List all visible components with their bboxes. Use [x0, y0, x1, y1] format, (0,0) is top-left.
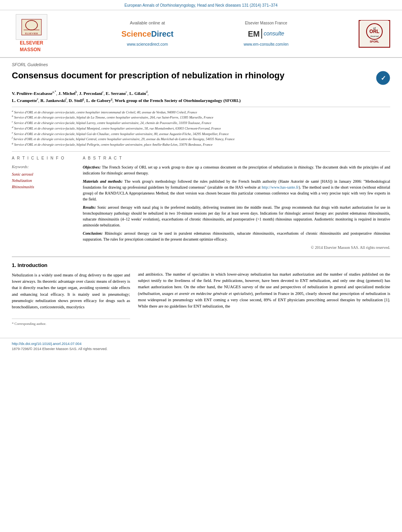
- orl-logo: of ORL Journal SFORL: [359, 20, 390, 48]
- article-title-text: Consensus document for prescription of n…: [12, 70, 285, 82]
- doi-line[interactable]: http://dx.doi.org/10.1016/j.anorl.2014.0…: [12, 341, 390, 347]
- em-url[interactable]: www.em-consulte.com/en: [244, 42, 288, 47]
- em-consulte-block: Elsevier Masson France EM consulte www.e…: [244, 20, 288, 47]
- intro-left-text: Nebulization is a widely used means of d…: [12, 272, 130, 311]
- page-footer: http://dx.doi.org/10.1016/j.anorl.2014.0…: [0, 338, 402, 354]
- affiliation-e: e Service d'ORL et de chirurgie cervico-…: [12, 131, 390, 137]
- em-consulte-logo: EM consulte: [248, 28, 284, 39]
- sciencedirect-block: Available online at ScienceDirect www.sc…: [121, 20, 173, 48]
- sciencedirect-url[interactable]: www.sciencedirect.com: [127, 42, 168, 47]
- svg-text:ELSEVIER: ELSEVIER: [25, 32, 38, 35]
- intro-right-text: and antibiotics. The number of specialti…: [138, 271, 390, 310]
- abstract-text: Objectives: The French Society of ORL se…: [83, 164, 390, 250]
- article-info-heading: A R T I C L E I N F O: [12, 156, 75, 161]
- author-1: V. Prulière–Escabasse: [12, 91, 52, 96]
- svg-text:✓: ✓: [381, 75, 386, 82]
- author-8: D. Stoll: [69, 98, 82, 102]
- keyword-3: Rhinosinusitis: [12, 184, 75, 190]
- main-content: SFORL Guidelines Consensus document for …: [0, 58, 402, 332]
- page-container: European Annals of Otorhinolaryngology, …: [0, 0, 402, 532]
- section-label: SFORL Guidelines: [12, 62, 390, 68]
- intro-left-column: 1. Introduction Nebulization is a widely…: [12, 262, 130, 326]
- em-consulte-label: Elsevier Masson France: [245, 20, 287, 26]
- abstract-conclusion: Conclusion: Rhinologic aerosol therapy c…: [83, 230, 390, 242]
- em-text: EM: [248, 28, 260, 39]
- italic-french: nébulisation, usages et avenir en médeci…: [140, 291, 251, 296]
- article-info-abstract: A R T I C L E I N F O Keywords: Sonic ae…: [12, 151, 390, 250]
- abstract-results: Results: Sonic aerosol therapy with nasa…: [83, 204, 390, 228]
- elsevier-logo-image: ELSEVIER: [16, 14, 47, 40]
- objectives-label: Objectives:: [83, 165, 101, 169]
- elsevier-logo: ELSEVIER ELSEVIER MASSON: [12, 14, 51, 53]
- affiliation-f: f Service d'ORL et de chirurgie cervico-…: [12, 136, 390, 142]
- affiliation-b: b Service d'ORL et de chirurgie cervico-…: [12, 115, 390, 120]
- article-info-panel: A R T I C L E I N F O Keywords: Sonic ae…: [12, 156, 75, 250]
- results-label: Results:: [83, 205, 96, 209]
- svg-text:Journal: Journal: [370, 35, 379, 37]
- abstract-materials: Materials and methods: The work group's …: [83, 178, 390, 202]
- affiliation-a: a Service d'ORL et de chirurgie cervico-…: [12, 109, 390, 115]
- abstract-objectives: Objectives: The French Society of ORL se…: [83, 164, 390, 176]
- em-bar-divider: [261, 29, 262, 39]
- keywords-label: Keywords:: [12, 164, 75, 170]
- conclusion-label: Conclusion:: [83, 231, 103, 235]
- header-logos: ELSEVIER ELSEVIER MASSON Available onlin…: [0, 10, 402, 58]
- intro-heading: 1. Introduction: [12, 262, 130, 269]
- issn-line: 1879-7296/© 2014 Elsevier Masson SAS. Al…: [12, 347, 390, 352]
- article-title-block: Consensus document for prescription of n…: [12, 70, 390, 85]
- conclusion-text: Rhinologic aerosol therapy can be used i…: [83, 231, 390, 241]
- elsevier-text: ELSEVIER MASSON: [20, 40, 43, 53]
- affiliation-c: c Service d'ORL et de chirurgie cervico-…: [12, 120, 390, 126]
- abstract-heading: A B S T R A C T: [83, 156, 390, 161]
- author-9: L. de Gabory: [86, 98, 111, 102]
- author-4: E. Serrano: [106, 91, 126, 96]
- introduction-section: 1. Introduction Nebulization is a widely…: [12, 256, 390, 326]
- journal-bar-title: European Annals of Otorhinolaryngology, …: [125, 3, 277, 7]
- workgroup-text: Work group of the French Society of Otor…: [115, 98, 241, 102]
- keyword-2: Nebulization: [12, 178, 75, 184]
- affiliation-g: g Service d'ORL et de chirurgie cervico-…: [12, 142, 390, 147]
- sciencedirect-logo: ScienceDirect: [121, 28, 173, 39]
- copyright-line: © 2014 Elsevier Masson SAS. All rights r…: [83, 245, 390, 250]
- crossmark-icon: ✓: [376, 71, 390, 85]
- intro-right-column: and antibiotics. The number of specialti…: [138, 262, 390, 326]
- has-link[interactable]: http://www.has-sante.fr: [262, 185, 299, 189]
- objectives-text: The French Society of ORL set up a work …: [83, 165, 390, 175]
- svg-text:ORL: ORL: [369, 29, 379, 34]
- available-online-text: Available online at: [130, 20, 165, 26]
- materials-label: Materials and methods:: [83, 179, 123, 184]
- orl-logo-text: of ORL Journal SFORL: [361, 20, 388, 47]
- author-7: R. Jankowski: [41, 98, 66, 102]
- consulte-text: consulte: [264, 30, 284, 38]
- footnote-corresponding: * Corresponding author.: [12, 321, 130, 326]
- keyword-1: Sonic aerosol: [12, 171, 75, 178]
- affiliation-d: d Service d'ORL et de chirurgie cervico-…: [12, 126, 390, 131]
- footnote-area: * Corresponding author.: [12, 319, 130, 326]
- author-6: L. Crampette: [12, 98, 37, 102]
- journal-bar: European Annals of Otorhinolaryngology, …: [0, 0, 402, 10]
- author-5: L. Gilain: [129, 91, 146, 96]
- affiliations-block: a Service d'ORL et de chirurgie cervico-…: [12, 107, 390, 147]
- authors-line: V. Prulière–Escabassea,*, J. Michelb, J.…: [12, 90, 390, 103]
- svg-text:SFORL: SFORL: [370, 40, 379, 43]
- author-2: J. Michel: [58, 91, 75, 96]
- results-text: Sonic aerosol therapy with nasal plug is…: [83, 205, 390, 227]
- abstract-section: A B S T R A C T Objectives: The French S…: [83, 156, 390, 250]
- author-3: J. Percodani: [79, 91, 102, 96]
